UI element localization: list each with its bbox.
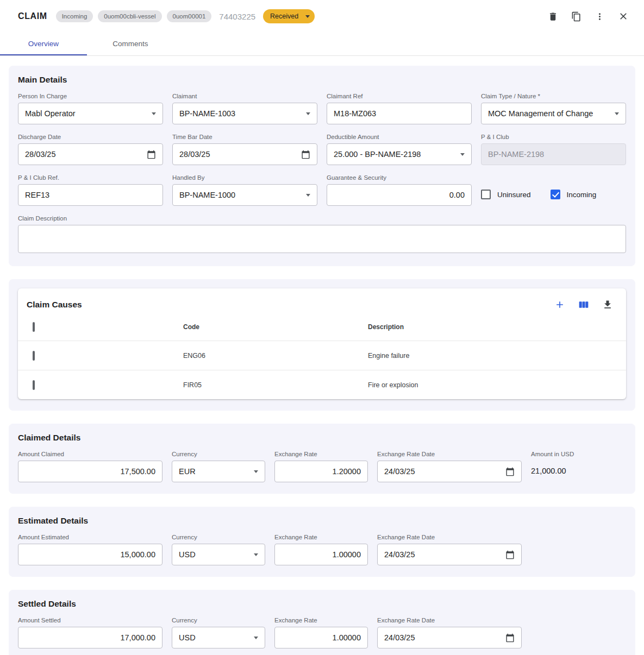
handled-by-select[interactable]: BP-NAME-1000: [172, 184, 317, 206]
claimed-exchange-rate-date-control: [377, 461, 522, 482]
amount-claimed-control: [18, 461, 162, 482]
estimated-currency-select[interactable]: USD: [172, 544, 265, 565]
field-claim-description: Claim Description: [18, 215, 626, 255]
field-label: P & I Club Ref.: [18, 174, 163, 181]
field-settled-currency: Currency USD: [172, 617, 265, 648]
field-label: Time Bar Date: [172, 134, 317, 140]
uninsured-checkbox[interactable]: Uninsured: [481, 190, 531, 199]
field-label: Deductible Amount: [327, 134, 472, 140]
estimated-exchange-rate-input[interactable]: [282, 550, 361, 559]
delete-icon[interactable]: [548, 11, 558, 22]
field-person-in-charge: Person In Charge Mabl Operator: [18, 93, 163, 124]
amount-estimated-input[interactable]: [25, 550, 155, 559]
amount-settled-control: [18, 627, 162, 648]
field-amount-claimed: Amount Claimed: [18, 451, 162, 482]
claimed-details-section: Claimed Details Amount Claimed Currency …: [9, 424, 635, 494]
amount-claimed-input[interactable]: [25, 467, 155, 476]
field-label: Guarantee & Security: [327, 174, 472, 181]
field-amount-estimated: Amount Estimated: [18, 534, 162, 565]
claim-type-select[interactable]: MOC Management of Change: [481, 103, 626, 124]
columns-icon[interactable]: [578, 299, 589, 310]
estimated-exchange-rate-date-input[interactable]: [384, 550, 501, 559]
claimant-ref-input[interactable]: [334, 109, 465, 118]
chevron-down-icon: [306, 194, 310, 197]
select-value: 25.000 - BP-NAME-2198: [334, 150, 421, 159]
more-options-icon[interactable]: [595, 11, 605, 22]
claim-causes-section: Claim Causes Code Description: [9, 279, 635, 411]
field-label: Exchange Rate: [274, 534, 368, 540]
person-in-charge-select[interactable]: Mabl Operator: [18, 103, 163, 124]
field-amount-settled: Amount Settled: [18, 617, 162, 648]
field-estimated-currency: Currency USD: [172, 534, 265, 565]
download-icon[interactable]: [602, 299, 613, 310]
claim-causes-card: Claim Causes Code Description: [18, 288, 626, 399]
discharge-date-input[interactable]: [25, 150, 142, 159]
claimant-select[interactable]: BP-NAME-1003: [172, 103, 317, 124]
select-all-checkbox[interactable]: [33, 322, 35, 332]
tab-comments[interactable]: Comments: [87, 33, 174, 55]
field-label: Amount Settled: [18, 617, 162, 623]
claimed-exchange-rate-date-input[interactable]: [384, 467, 501, 476]
table-row[interactable]: FIR05 Fire or explosion: [18, 370, 626, 399]
status-dropdown[interactable]: Received: [263, 9, 315, 23]
field-p-and-i-club: P & I Club BP-NAME-2198: [481, 134, 626, 165]
close-icon[interactable]: [618, 11, 629, 22]
table-body: ENG06 Engine failure FIR05 Fire or explo…: [18, 341, 626, 399]
field-settled-exchange-rate-date: Exchange Rate Date: [377, 617, 522, 648]
column-header-code: Code: [183, 323, 368, 331]
chip-vessel: 0uom00cbli-vessel: [98, 10, 161, 22]
claim-number: 74403225: [219, 12, 255, 21]
calendar-icon[interactable]: [505, 467, 515, 476]
select-value: Mabl Operator: [25, 109, 76, 118]
guarantee-security-input[interactable]: [334, 191, 465, 199]
settled-details-section: Settled Details Amount Settled Currency …: [9, 590, 635, 655]
calendar-icon[interactable]: [301, 150, 310, 159]
deductible-amount-select[interactable]: 25.000 - BP-NAME-2198: [327, 143, 472, 165]
p-and-i-club-ref-input[interactable]: [25, 191, 156, 199]
amount-estimated-control: [18, 544, 162, 565]
select-value: USD: [179, 550, 196, 559]
field-claimed-exchange-rate-date: Exchange Rate Date: [377, 451, 522, 482]
field-label: Currency: [172, 534, 265, 540]
cell-code: ENG06: [183, 352, 368, 360]
field-discharge-date: Discharge Date: [18, 134, 163, 165]
p-and-i-club-ref-control: [18, 184, 163, 206]
settled-currency-select[interactable]: USD: [172, 627, 265, 648]
checkbox-box[interactable]: [481, 190, 491, 199]
field-claimed-exchange-rate: Exchange Rate: [274, 451, 368, 482]
chevron-down-icon: [306, 112, 310, 115]
field-claimed-currency: Currency EUR: [172, 451, 265, 482]
claimed-currency-select[interactable]: EUR: [172, 461, 265, 482]
amount-settled-input[interactable]: [25, 633, 155, 642]
field-label: Amount Claimed: [18, 451, 162, 457]
settled-exchange-rate-date-input[interactable]: [384, 633, 501, 642]
tab-overview[interactable]: Overview: [0, 33, 87, 55]
checkbox-group: Uninsured Incoming: [481, 184, 626, 205]
field-label: Exchange Rate Date: [377, 534, 522, 540]
row-checkbox[interactable]: [33, 380, 35, 390]
section-title: Main Details: [18, 75, 626, 85]
copy-icon[interactable]: [571, 11, 582, 22]
incoming-checkbox[interactable]: Incoming: [551, 190, 597, 199]
field-label: Claimant: [172, 93, 317, 99]
add-row-icon[interactable]: [554, 299, 565, 310]
field-estimated-exchange-rate: Exchange Rate: [274, 534, 368, 565]
row-checkbox-cell: [33, 381, 183, 389]
field-p-and-i-club-ref: P & I Club Ref.: [18, 174, 163, 206]
checkbox-box[interactable]: [551, 190, 560, 199]
select-value: USD: [179, 633, 196, 642]
table-row[interactable]: ENG06 Engine failure: [18, 341, 626, 370]
calendar-icon[interactable]: [147, 150, 156, 159]
time-bar-date-input[interactable]: [179, 150, 297, 159]
chevron-down-icon: [254, 637, 258, 639]
claimed-exchange-rate-input[interactable]: [282, 467, 361, 476]
chevron-down-icon: [254, 470, 258, 473]
calendar-icon[interactable]: [505, 633, 515, 643]
settled-exchange-rate-input[interactable]: [282, 633, 361, 642]
field-claimant: Claimant BP-NAME-1003: [172, 93, 317, 124]
calendar-icon[interactable]: [505, 550, 515, 559]
estimated-details-section: Estimated Details Amount Estimated Curre…: [9, 507, 635, 577]
select-value: BP-NAME-1003: [179, 109, 235, 118]
claim-description-textarea[interactable]: [18, 225, 626, 253]
row-checkbox[interactable]: [33, 351, 35, 361]
